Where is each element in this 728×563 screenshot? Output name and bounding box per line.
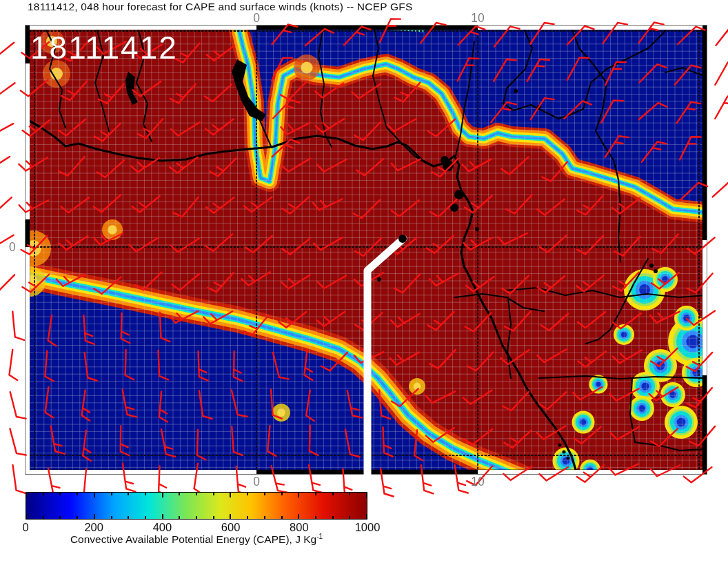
colorbar-minor-tick xyxy=(94,493,95,497)
colorbar-caption-exponent: -1 xyxy=(316,533,323,540)
colorbar-minor-tick xyxy=(59,493,61,495)
colorbar-minor-tick xyxy=(366,493,367,497)
colorbar-minor-tick xyxy=(26,493,27,497)
colorbar-minor-tick xyxy=(43,493,44,495)
cape-wind-map-canvas xyxy=(0,0,728,563)
colorbar-minor-tick xyxy=(230,514,231,519)
colorbar-tick-label: 1000 xyxy=(355,521,381,534)
colorbar-minor-tick xyxy=(59,516,61,519)
colorbar-minor-tick xyxy=(298,514,299,519)
colorbar-minor-tick xyxy=(298,493,299,497)
colorbar-tick-label: 0 xyxy=(22,521,28,534)
colorbar-tick-label: 400 xyxy=(153,521,172,534)
colorbar-minor-tick xyxy=(349,516,350,519)
colorbar-minor-tick xyxy=(332,516,334,519)
colorbar-minor-tick xyxy=(179,516,180,519)
colorbar-minor-tick xyxy=(196,493,197,495)
colorbar-minor-tick xyxy=(366,514,367,519)
left-axis-tick-label: 0 xyxy=(9,240,16,255)
colorbar-minor-tick xyxy=(145,516,146,519)
bottom-axis-tick-label: 10 xyxy=(471,475,484,489)
colorbar-minor-tick xyxy=(77,493,78,495)
colorbar-minor-tick xyxy=(213,493,214,495)
forecast-plot-page: 18111412, 048 hour forecast for CAPE and… xyxy=(0,0,728,563)
colorbar-minor-tick xyxy=(162,493,163,497)
plot-title: 18111412, 048 hour forecast for CAPE and… xyxy=(28,1,412,13)
colorbar-minor-tick xyxy=(128,516,129,519)
colorbar-tick-label: 600 xyxy=(221,521,241,534)
colorbar-minor-tick xyxy=(111,516,112,519)
colorbar-minor-tick xyxy=(77,516,78,519)
colorbar-minor-tick xyxy=(264,516,265,519)
colorbar-minor-tick xyxy=(315,493,316,495)
colorbar-tick-label: 200 xyxy=(84,521,103,534)
colorbar-minor-tick xyxy=(196,516,197,519)
colorbar-minor-tick xyxy=(332,493,334,495)
colorbar-minor-tick xyxy=(281,493,283,495)
colorbar-minor-tick xyxy=(94,514,95,519)
colorbar-minor-tick xyxy=(162,514,163,519)
colorbar-minor-tick xyxy=(315,516,316,519)
colorbar-minor-tick xyxy=(264,493,265,495)
colorbar-minor-tick xyxy=(349,493,350,495)
colorbar-minor-tick xyxy=(213,516,214,519)
colorbar-minor-tick xyxy=(43,516,44,519)
colorbar-minor-tick xyxy=(179,493,180,495)
colorbar-minor-tick xyxy=(230,493,231,497)
colorbar-minor-tick xyxy=(111,493,112,495)
colorbar-minor-tick xyxy=(247,516,248,519)
colorbar-minor-tick xyxy=(247,493,248,495)
bottom-axis-tick-label: 0 xyxy=(253,475,260,489)
colorbar-minor-tick xyxy=(145,493,146,495)
model-run-label: 18111412 xyxy=(30,29,178,66)
top-axis-tick-label: 10 xyxy=(471,11,484,26)
top-axis-tick-label: 0 xyxy=(253,11,260,26)
colorbar xyxy=(26,492,367,520)
colorbar-caption-text: Convective Available Potential Energy (C… xyxy=(70,533,316,545)
colorbar-minor-tick xyxy=(128,493,129,495)
colorbar-minor-tick xyxy=(26,514,27,519)
colorbar-tick-label: 800 xyxy=(290,521,309,534)
colorbar-caption: Convective Available Potential Energy (C… xyxy=(70,533,323,546)
colorbar-minor-tick xyxy=(281,516,283,519)
